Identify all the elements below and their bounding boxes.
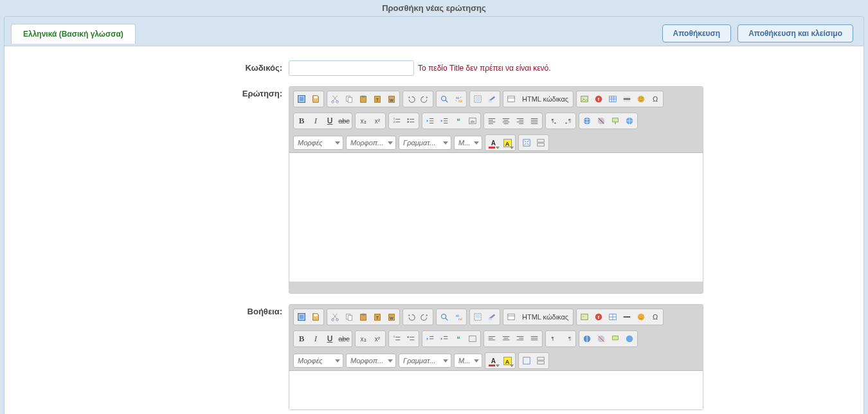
save-and-close-button[interactable]: Αποθήκευση και κλείσιμο <box>737 24 853 42</box>
redo-icon[interactable] <box>418 92 432 106</box>
bg-color-icon[interactable]: A <box>500 136 514 150</box>
globe-icon[interactable] <box>622 114 637 128</box>
paste-text-icon[interactable]: T <box>370 310 384 324</box>
tab-greek-default[interactable]: Ελληνικά (Βασική γλώσσα) <box>11 24 136 44</box>
source-icon[interactable] <box>294 310 309 324</box>
ul-icon[interactable] <box>404 332 418 346</box>
showblocks-icon[interactable] <box>534 354 548 368</box>
rtl-icon[interactable]: ¶ <box>561 114 575 128</box>
outdent-icon[interactable] <box>423 332 437 346</box>
subscript-icon[interactable]: x₂ <box>356 332 370 346</box>
selectall-icon[interactable] <box>471 92 485 106</box>
align-justify-icon[interactable] <box>527 114 541 128</box>
find-icon[interactable] <box>437 92 451 106</box>
combo-font[interactable]: Γραμματ... <box>399 354 451 368</box>
html-code-button[interactable]: HTML κώδικας <box>518 92 572 106</box>
hr-icon[interactable] <box>620 92 634 106</box>
image-icon[interactable] <box>577 310 592 324</box>
code-input[interactable] <box>289 60 414 76</box>
table-icon[interactable] <box>606 92 620 106</box>
unlink-icon[interactable] <box>594 332 608 346</box>
combo-format[interactable]: Μορφοπ... <box>346 136 396 150</box>
paste-icon[interactable] <box>356 92 370 106</box>
ul-icon[interactable] <box>404 114 418 128</box>
maximize-icon[interactable] <box>520 136 534 150</box>
blockquote-icon[interactable]: ❝ <box>451 332 466 346</box>
globe-icon[interactable] <box>622 332 637 346</box>
undo-icon[interactable] <box>404 310 418 324</box>
showblocks-icon[interactable] <box>534 136 548 150</box>
indent-icon[interactable] <box>437 332 451 346</box>
subscript-icon[interactable]: x₂ <box>356 114 370 128</box>
html-code-button[interactable]: HTML κώδικας <box>518 310 572 324</box>
image-icon[interactable] <box>577 92 592 106</box>
combo-styles[interactable]: Μορφές <box>293 354 343 368</box>
superscript-icon[interactable]: x² <box>370 114 384 128</box>
bold-icon[interactable]: B <box>294 332 309 346</box>
removeformat-icon[interactable] <box>485 310 499 324</box>
htmlsource-icon[interactable] <box>504 310 518 324</box>
link-icon[interactable] <box>580 332 594 346</box>
find-icon[interactable] <box>437 310 451 324</box>
div-icon[interactable] <box>466 332 480 346</box>
paste-text-icon[interactable]: T <box>370 92 384 106</box>
hr-icon[interactable] <box>620 310 634 324</box>
copy-icon[interactable] <box>342 92 356 106</box>
div-icon[interactable]: div <box>466 114 480 128</box>
align-left-icon[interactable] <box>485 114 499 128</box>
superscript-icon[interactable]: x² <box>370 332 384 346</box>
align-center-icon[interactable] <box>499 332 513 346</box>
smiley-icon[interactable] <box>634 92 648 106</box>
flash-icon[interactable]: f <box>592 92 606 106</box>
specialchar-icon[interactable]: Ω <box>648 310 662 324</box>
unlink-icon[interactable] <box>594 114 608 128</box>
combo-styles[interactable]: Μορφές <box>293 136 343 150</box>
combo-size[interactable]: Μ... <box>454 136 482 150</box>
italic-icon[interactable]: I <box>309 332 323 346</box>
paste-word-icon[interactable]: W <box>384 310 399 324</box>
ol-icon[interactable]: 1 <box>390 332 404 346</box>
combo-size[interactable]: Μ... <box>454 354 482 368</box>
blockquote-icon[interactable]: ❝ <box>451 114 466 128</box>
paste-word-icon[interactable]: W <box>384 92 399 106</box>
ol-icon[interactable]: 12 <box>390 114 404 128</box>
align-right-icon[interactable] <box>513 332 527 346</box>
text-color-icon[interactable]: A <box>486 354 500 368</box>
removeformat-icon[interactable] <box>485 92 499 106</box>
undo-icon[interactable] <box>404 92 418 106</box>
italic-icon[interactable]: I <box>309 114 323 128</box>
text-color-icon[interactable]: A <box>486 136 500 150</box>
specialchar-icon[interactable]: Ω <box>648 92 662 106</box>
redo-icon[interactable] <box>418 310 432 324</box>
anchor-icon[interactable] <box>608 114 622 128</box>
cut-icon[interactable] <box>328 92 342 106</box>
selectall-icon[interactable] <box>471 310 485 324</box>
htmlsource-icon[interactable] <box>504 92 518 106</box>
strike-icon[interactable]: abc <box>337 114 351 128</box>
flash-icon[interactable]: f <box>592 310 606 324</box>
table-icon[interactable] <box>606 310 620 324</box>
save-icon[interactable] <box>309 92 323 106</box>
replace-icon[interactable]: abcd <box>451 310 466 324</box>
copy-icon[interactable] <box>342 310 356 324</box>
indent-icon[interactable] <box>437 114 451 128</box>
bg-color-icon[interactable]: A <box>500 354 514 368</box>
maximize-icon[interactable] <box>520 354 534 368</box>
paste-icon[interactable] <box>356 310 370 324</box>
underline-icon[interactable]: U <box>323 114 337 128</box>
bold-icon[interactable]: B <box>294 114 309 128</box>
save-button[interactable]: Αποθήκευση <box>662 24 732 42</box>
replace-icon[interactable]: abcd <box>451 92 466 106</box>
combo-font[interactable]: Γραμματ... <box>399 136 451 150</box>
save-icon[interactable] <box>309 310 323 324</box>
ltr-icon[interactable]: ¶ <box>547 332 561 346</box>
link-icon[interactable] <box>580 114 594 128</box>
underline-icon[interactable]: U <box>323 332 337 346</box>
outdent-icon[interactable] <box>423 114 437 128</box>
strike-icon[interactable]: abc <box>337 332 351 346</box>
help-editor-canvas[interactable] <box>289 371 703 410</box>
align-center-icon[interactable] <box>499 114 513 128</box>
align-right-icon[interactable] <box>513 114 527 128</box>
align-left-icon[interactable] <box>485 332 499 346</box>
source-icon[interactable] <box>294 92 309 106</box>
